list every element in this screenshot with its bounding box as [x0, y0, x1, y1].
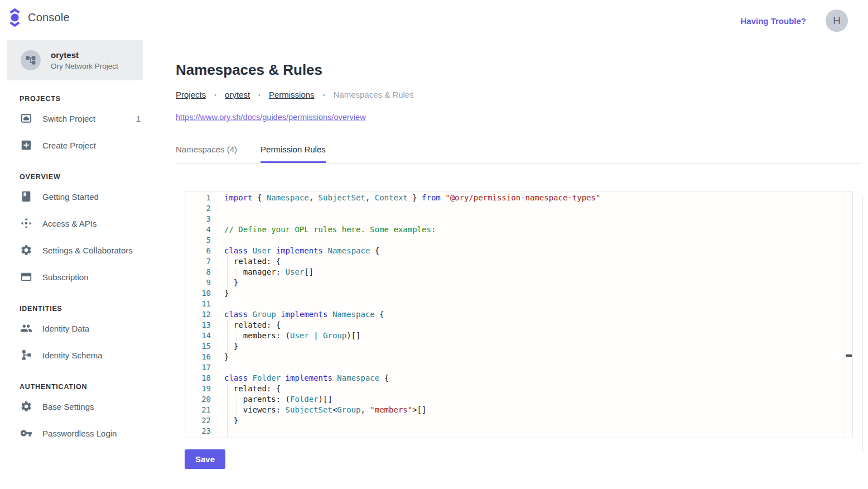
content-bottom-divider [176, 477, 862, 477]
code-text: // Define your OPL rules here. Some exam… [224, 224, 436, 235]
app-logo[interactable]: Console [0, 0, 152, 27]
sidebar-item-subscription[interactable]: Subscription [0, 263, 152, 290]
code-line: 19 related: { [185, 383, 852, 394]
section-title: IDENTITIES [20, 305, 152, 313]
sidebar-item-identity-schema[interactable]: Identity Schema [0, 342, 152, 368]
line-number: 17 [185, 362, 211, 373]
project-selector[interactable]: orytest Ory Network Project [7, 40, 143, 80]
indent-guide [227, 394, 228, 405]
sidebar-item-base-settings[interactable]: Base Settings [0, 393, 152, 420]
code-text: manager: User[] [224, 267, 314, 277]
indent-guide [227, 383, 228, 394]
breadcrumb-separator: • [258, 92, 261, 98]
sidebar-nav: PROJECTSSwitch Project1Create ProjectOVE… [0, 95, 152, 447]
sidebar-item-switch-project[interactable]: Switch Project1 [0, 105, 152, 132]
sidebar-item-label: Base Settings [42, 402, 94, 411]
line-number: 21 [185, 405, 211, 415]
page-title: Namespaces & Rules [176, 61, 862, 79]
sidebar-item-create-project[interactable]: Create Project [0, 132, 152, 159]
sidebar-section-projects: PROJECTSSwitch Project1Create Project [0, 95, 152, 159]
breadcrumb-link-permissions[interactable]: Permissions [269, 90, 315, 99]
line-number: 8 [185, 267, 211, 277]
indent-guide [227, 256, 228, 267]
sidebar-section-overview: OVERVIEWGetting StartedAccess & APIsSett… [0, 173, 152, 290]
indent-guide [227, 426, 228, 437]
code-text: class User implements Namespace { [224, 246, 379, 256]
move-arrows-icon [20, 217, 32, 229]
breadcrumb-separator: • [323, 92, 325, 98]
line-number: 9 [185, 277, 211, 288]
sidebar-item-label: Getting Started [42, 192, 99, 202]
code-line: 18class Folder implements Namespace { [185, 373, 852, 383]
code-line: 4// Define your OPL rules here. Some exa… [185, 224, 852, 235]
code-lines: 1import { Namespace, SubjectSet, Context… [185, 191, 852, 438]
line-number: 22 [185, 415, 211, 426]
sidebar-item-label: Switch Project [42, 114, 95, 123]
code-text: related: { [224, 320, 281, 330]
indent-guide [227, 437, 228, 438]
breadcrumb-link-orytest[interactable]: orytest [225, 90, 250, 99]
code-line: 13 related: { [185, 320, 852, 330]
breadcrumb-current: Namespaces & Rules [333, 90, 413, 99]
schema-icon [20, 349, 32, 361]
sidebar-item-label: Create Project [42, 141, 96, 150]
gear-icon [20, 244, 32, 256]
section-title: OVERVIEW [20, 173, 152, 181]
tab-namespaces-4[interactable]: Namespaces (4) [176, 145, 237, 163]
indent-guide [227, 405, 228, 415]
docs-link[interactable]: https://www.ory.sh/docs/guides/permissio… [176, 113, 366, 122]
content: Namespaces & Rules Projects•orytest•Perm… [152, 61, 862, 477]
line-number: 19 [185, 383, 211, 394]
main-area: Having Trouble? H Namespaces & Rules Pro… [152, 0, 868, 489]
sidebar-section-authentication: AUTHENTICATIONBase SettingsPasswordless … [0, 383, 152, 447]
code-line: 12class Group implements Namespace { [185, 309, 852, 320]
code-line: 22 } [185, 415, 852, 426]
code-line: 15 } [185, 341, 852, 352]
code-line: 9 } [185, 277, 852, 288]
line-number: 14 [185, 330, 211, 341]
section-title: AUTHENTICATION [20, 383, 152, 391]
editor-scrollbar[interactable] [845, 191, 852, 438]
having-trouble-link[interactable]: Having Trouble? [740, 16, 806, 26]
sidebar-item-getting-started[interactable]: Getting Started [0, 183, 152, 210]
code-text: } [224, 341, 238, 352]
code-line: 11 [185, 299, 852, 309]
project-name: orytest [51, 50, 118, 60]
code-editor[interactable]: 1import { Namespace, SubjectSet, Context… [185, 191, 853, 438]
line-number: 6 [185, 246, 211, 256]
save-button[interactable]: Save [185, 449, 225, 469]
sidebar-item-label: Identity Data [42, 324, 89, 333]
line-number: 20 [185, 394, 211, 405]
code-line: 23 [185, 426, 852, 437]
user-avatar[interactable]: H [826, 9, 848, 32]
sidebar-item-identity-data[interactable]: Identity Data [0, 315, 152, 342]
line-number: 24 [185, 437, 211, 438]
code-line: 17 [185, 362, 852, 373]
code-text: } [224, 352, 229, 362]
code-line: 14 members: (User | Group)[] [185, 330, 852, 341]
code-text: } [224, 277, 238, 288]
line-number: 13 [185, 320, 211, 330]
breadcrumb-link-projects[interactable]: Projects [176, 90, 206, 99]
sidebar-item-settings-collaborators[interactable]: Settings & Collaborators [0, 237, 152, 263]
sidebar-item-label: Passwordless Login [42, 429, 117, 438]
code-line: 10} [185, 288, 852, 299]
tab-permission-rules[interactable]: Permission Rules [261, 145, 326, 163]
code-text: viewers: SubjectSet<Group, "members">[] [224, 405, 426, 415]
indent-guide [227, 330, 228, 341]
indent-guide [227, 320, 228, 330]
sidebar-item-access-apis[interactable]: Access & APIs [0, 210, 152, 237]
sidebar-section-identities: IDENTITIESIdentity DataIdentity Schema [0, 305, 152, 368]
code-text: related: { [224, 256, 281, 267]
sidebar-item-label: Identity Schema [42, 351, 103, 360]
line-number: 5 [185, 235, 211, 246]
key-icon [20, 427, 32, 439]
project-info: orytest Ory Network Project [51, 50, 118, 71]
account-tree-icon [25, 55, 36, 66]
page-scrollbar[interactable] [862, 195, 863, 452]
indent-guide [227, 341, 228, 352]
breadcrumb-separator: • [214, 92, 216, 98]
code-line: 21 viewers: SubjectSet<Group, "members">… [185, 405, 852, 415]
sidebar-item-passwordless-login[interactable]: Passwordless Login [0, 420, 152, 447]
line-number: 23 [185, 426, 211, 437]
